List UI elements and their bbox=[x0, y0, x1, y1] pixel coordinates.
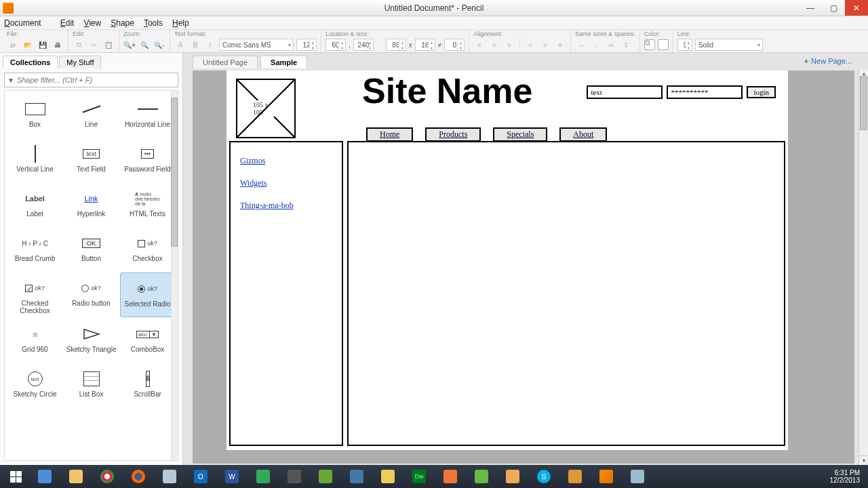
line-style-select[interactable]: Solid bbox=[695, 39, 763, 51]
zoom-reset-icon[interactable]: 🔍 bbox=[138, 39, 151, 51]
same-width-icon[interactable]: ↔ bbox=[575, 39, 587, 51]
shape-box[interactable]: Box bbox=[7, 94, 62, 137]
shape-html-texts[interactable]: A moltodire hirestrode laHTML Texts bbox=[120, 183, 175, 226]
shape-sketchy-triangle[interactable]: Sketchy Triangle bbox=[64, 319, 119, 362]
shape-line[interactable]: Line bbox=[64, 94, 119, 137]
loc-x-input[interactable]: 60▴▾ bbox=[326, 39, 346, 51]
nav-products[interactable]: Products bbox=[425, 127, 481, 142]
scroll-down-icon[interactable]: ▾ bbox=[859, 455, 868, 465]
nav-about[interactable]: About bbox=[559, 127, 607, 142]
shape-password-field[interactable]: •••Password Field bbox=[120, 138, 175, 182]
line-width-input[interactable]: 1▴▾ bbox=[677, 39, 692, 51]
align-top-icon[interactable]: ≡ bbox=[524, 39, 536, 51]
align-left-icon[interactable]: ≡ bbox=[473, 39, 486, 51]
menu-view[interactable]: View bbox=[83, 18, 101, 28]
shape-checkbox[interactable]: ok?Checkbox bbox=[120, 228, 175, 271]
taskbar-outlook-icon[interactable]: O bbox=[187, 467, 214, 486]
shape-checked-checkbox[interactable]: ✓ok?Checked Checkbox bbox=[7, 272, 62, 317]
save-icon[interactable]: 💾 bbox=[37, 39, 49, 51]
menu-shape[interactable]: Shape bbox=[111, 18, 134, 28]
size-h-input[interactable]: 18▴▾ bbox=[415, 39, 435, 51]
new-file-icon[interactable]: ▱ bbox=[7, 39, 19, 51]
font-select[interactable]: Comic Sans MS bbox=[219, 39, 294, 51]
taskbar-app2-icon[interactable] bbox=[281, 467, 308, 486]
shapes-scrollbar[interactable] bbox=[171, 91, 178, 460]
login-user-field[interactable]: text bbox=[587, 85, 663, 99]
italic-icon[interactable]: I bbox=[204, 39, 216, 51]
taskbar-app7-icon[interactable] bbox=[468, 467, 495, 486]
start-button[interactable] bbox=[4, 467, 27, 486]
align-center-icon[interactable]: ≡ bbox=[488, 39, 500, 51]
shape-scrollbar[interactable]: ScrollBar bbox=[120, 363, 175, 407]
align-middle-icon[interactable]: ≡ bbox=[539, 39, 551, 51]
taskbar-explorer-icon[interactable] bbox=[31, 467, 58, 486]
taskbar-folder-icon[interactable] bbox=[62, 467, 90, 486]
same-height-icon[interactable]: ↕ bbox=[590, 39, 602, 51]
taskbar-app4-icon[interactable] bbox=[343, 467, 370, 486]
rotate-input[interactable]: 0▴▾ bbox=[444, 39, 465, 51]
shape-list-box[interactable]: List Box bbox=[64, 363, 119, 407]
image-placeholder[interactable]: 105 x 105 bbox=[236, 79, 296, 138]
space-v-icon[interactable]: ⇕ bbox=[620, 39, 632, 51]
link-widgets[interactable]: Widgets bbox=[240, 178, 332, 188]
login-pass-field[interactable]: ********** bbox=[667, 85, 743, 99]
taskbar-app9-icon[interactable] bbox=[561, 467, 589, 486]
taskbar-app5-icon[interactable] bbox=[374, 467, 401, 486]
align-right-icon[interactable]: ≡ bbox=[503, 39, 515, 51]
shape-label[interactable]: LabelLabel bbox=[7, 183, 62, 226]
aspect-lock-icon[interactable]: ≠ bbox=[438, 41, 442, 49]
site-title[interactable]: Site Name bbox=[362, 70, 532, 111]
taskbar-app6-icon[interactable] bbox=[437, 467, 464, 486]
maximize-button[interactable]: ▢ bbox=[822, 0, 845, 16]
font-color-icon[interactable]: A bbox=[174, 39, 186, 51]
align-bottom-icon[interactable]: ≡ bbox=[554, 39, 566, 51]
menu-edit[interactable]: Edit bbox=[60, 18, 75, 28]
open-file-icon[interactable]: 📂 bbox=[22, 39, 34, 51]
shape-horizontal-line[interactable]: Horizontal Line bbox=[120, 94, 175, 137]
shape-selected-radio[interactable]: ok?Selected Radio bbox=[120, 272, 175, 317]
copy-icon[interactable]: ⧉ bbox=[73, 39, 85, 51]
tab-mystuff[interactable]: My Stuff bbox=[59, 56, 101, 68]
size-w-input[interactable]: 89▴▾ bbox=[386, 39, 406, 51]
shape-filter-input[interactable] bbox=[17, 76, 175, 84]
menu-document[interactable]: Document bbox=[4, 18, 51, 28]
new-page-button[interactable]: +New Page... bbox=[804, 57, 852, 65]
shape-bread-crumb[interactable]: H › P › CBread Crumb bbox=[7, 228, 62, 271]
taskbar-firefox-icon[interactable] bbox=[125, 467, 152, 486]
shape-grid-960[interactable]: ▦Grid 960 bbox=[7, 319, 62, 362]
nav-specials[interactable]: Specials bbox=[493, 127, 547, 142]
nav-home[interactable]: Home bbox=[366, 127, 413, 142]
taskbar-app10-icon[interactable] bbox=[624, 467, 651, 486]
taskbar-app1-icon[interactable] bbox=[250, 467, 277, 486]
fill-color-icon[interactable] bbox=[658, 39, 669, 50]
cut-icon[interactable]: ✂ bbox=[87, 39, 100, 51]
stroke-color-icon[interactable] bbox=[644, 39, 655, 50]
canvas-scrollbar[interactable]: ▴ ▾ bbox=[859, 69, 868, 465]
link-thing[interactable]: Thing-a-ma-bob bbox=[240, 201, 332, 211]
taskbar-dreamweaver-icon[interactable]: Dw bbox=[406, 467, 433, 486]
bold-icon[interactable]: B bbox=[189, 39, 201, 51]
taskbar-app3-icon[interactable] bbox=[312, 467, 339, 486]
login-button[interactable]: login bbox=[747, 86, 776, 98]
zoom-out-icon[interactable]: 🔍- bbox=[153, 39, 165, 51]
taskbar-snip-icon[interactable] bbox=[156, 467, 183, 486]
tab-collections[interactable]: Collections bbox=[3, 56, 58, 68]
doc-tab-0[interactable]: Untitled Page bbox=[193, 56, 258, 68]
paste-icon[interactable]: 📋 bbox=[102, 39, 115, 51]
taskbar-chrome-icon[interactable] bbox=[94, 467, 121, 486]
loc-y-input[interactable]: 240▴▾ bbox=[353, 39, 374, 51]
shape-sketchy-circle[interactable]: textSketchy Circle bbox=[7, 363, 62, 407]
menu-help[interactable]: Help bbox=[172, 18, 189, 28]
close-button[interactable]: ✕ bbox=[845, 0, 868, 16]
minimize-button[interactable]: — bbox=[799, 0, 822, 16]
shape-radio-button[interactable]: ok?Radio button bbox=[64, 272, 119, 317]
sidebar-box[interactable]: Gizmos Widgets Thing-a-ma-bob bbox=[229, 141, 343, 446]
shape-hyperlink[interactable]: LinkHyperlink bbox=[64, 183, 119, 226]
shape-combobox[interactable]: abc▼ComboBox bbox=[120, 319, 175, 362]
shape-vertical-line[interactable]: Vertical Line bbox=[7, 138, 62, 182]
shape-button[interactable]: OKButton bbox=[64, 228, 119, 271]
mockup-canvas[interactable]: 105 x 105 Site Name text ********** logi… bbox=[226, 70, 788, 450]
main-content-box[interactable] bbox=[347, 141, 785, 446]
taskbar-word-icon[interactable]: W bbox=[218, 467, 245, 486]
taskbar-clock[interactable]: 6:31 PM 12/2/2013 bbox=[830, 469, 865, 484]
